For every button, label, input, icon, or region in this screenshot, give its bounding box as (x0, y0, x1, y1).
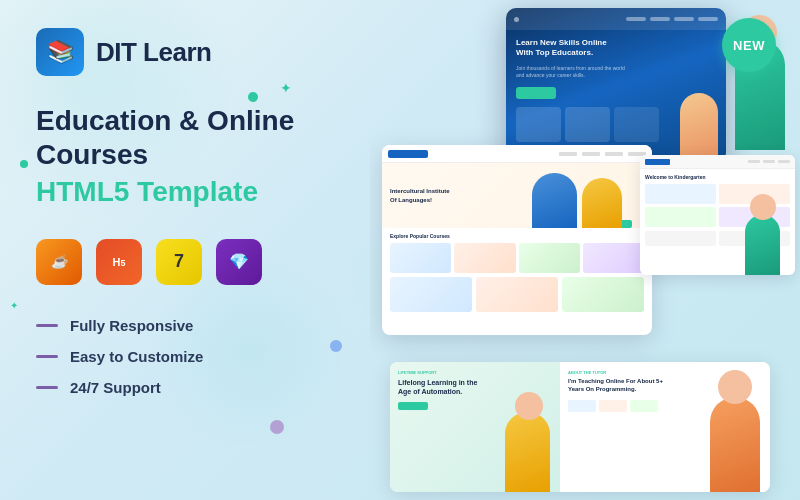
mockup-nav-4 (698, 17, 718, 21)
mockup-hero-title: Learn New Skills OnlineWith Top Educator… (516, 38, 716, 59)
right-person-body (745, 215, 780, 275)
feature-dash-3 (36, 386, 58, 389)
feature-customize-text: Easy to Customize (70, 348, 203, 365)
mockup-courses-grid (390, 243, 644, 273)
course-card-3 (519, 243, 580, 273)
right-nav-3 (778, 160, 790, 163)
right-card-3 (645, 207, 716, 227)
course-card-4 (583, 243, 644, 273)
mockup-mid: Intercultural InstituteOf Languages! Exp… (382, 145, 652, 335)
headline-main: Education & Online Courses (36, 104, 344, 171)
right-nav-1 (748, 160, 760, 163)
feature-responsive: Fully Responsive (36, 317, 344, 334)
mockup-nav-dots (626, 17, 718, 21)
bottom-card-1 (390, 277, 472, 312)
mockup-student-figure (680, 93, 718, 163)
mockup-bottom-btn (398, 402, 428, 410)
mockup-bottom-label: LIFETIME SUPPORT (398, 370, 552, 375)
mockup-person-1 (532, 173, 577, 228)
headline-sub: HTML5 Template (36, 175, 344, 209)
stat-1 (568, 400, 596, 412)
left-panel: 📚 DIT Learn Education & Online Courses H… (0, 0, 380, 500)
mockup-card-3 (614, 107, 659, 142)
right-nav-2 (763, 160, 775, 163)
stat-2 (599, 400, 627, 412)
tech-js-icon: 7 (156, 239, 202, 285)
course-card-2 (454, 243, 515, 273)
mockup-right: Welcome to Kindergarten (640, 155, 795, 275)
mockup-mid-body: Explore Popular Courses (382, 228, 652, 317)
mockup-bottom-right: ABOUT THE TUTOR I'm Teaching Online For … (560, 362, 770, 492)
feature-support-text: 24/7 Support (70, 379, 161, 396)
mockup-mid-hero: Intercultural InstituteOf Languages! (382, 163, 652, 228)
mockup-mid-logo (388, 150, 428, 158)
features-list: Fully Responsive Easy to Customize 24/7 … (36, 317, 344, 410)
nav-item-3 (605, 152, 623, 156)
right-bottom-1 (645, 231, 716, 246)
nav-item-1 (559, 152, 577, 156)
mockup-card-1 (516, 107, 561, 142)
mockup-section-title: Explore Popular Courses (390, 233, 644, 239)
mockup-bottom-person-left (505, 412, 550, 492)
tech-icons-row: ☕ H5 7 💎 (36, 239, 344, 285)
mockup-hero-subtitle: Join thousands of learners from around t… (516, 65, 716, 79)
mockup-bottom-head-right (718, 370, 752, 404)
new-badge: NEW (722, 18, 776, 72)
mockup-right-logo (645, 159, 670, 165)
mockup-hero-button (516, 87, 556, 99)
stat-3 (630, 400, 658, 412)
mockup-bottom-left: LIFETIME SUPPORT Lifelong Learning in th… (390, 362, 560, 492)
feature-support: 24/7 Support (36, 379, 344, 396)
right-person-head (750, 194, 776, 220)
feature-customize: Easy to Customize (36, 348, 344, 365)
bottom-card-3 (562, 277, 644, 312)
mockup-main-header (506, 8, 726, 30)
mockup-main: Learn New Skills OnlineWith Top Educator… (506, 8, 726, 163)
mockup-mid-nav (559, 152, 646, 156)
mockup-nav-2 (650, 17, 670, 21)
tech-gem-icon: 💎 (216, 239, 262, 285)
mockup-bottom-person-right (710, 397, 760, 492)
right-card-1 (645, 184, 716, 204)
book-icon: 📚 (47, 39, 74, 65)
mockup-right-header (640, 155, 795, 169)
tech-html5-icon: H5 (96, 239, 142, 285)
mockup-right-nav (748, 160, 790, 163)
mockup-person-2 (582, 178, 622, 228)
mockup-mid-title: Intercultural InstituteOf Languages! (390, 187, 450, 204)
feature-responsive-text: Fully Responsive (70, 317, 193, 334)
course-card-1 (390, 243, 451, 273)
mockup-card-2 (565, 107, 610, 142)
feature-dash-2 (36, 355, 58, 358)
mockup-nav-1 (626, 17, 646, 21)
bottom-card-2 (476, 277, 558, 312)
logo-icon: 📚 (36, 28, 84, 76)
right-panel: NEW Learn New Skills OnlineWith Top Educ… (370, 0, 800, 500)
nav-item-2 (582, 152, 600, 156)
logo-area: 📚 DIT Learn (36, 28, 344, 76)
mockup-nav-3 (674, 17, 694, 21)
logo-text: DIT Learn (96, 37, 211, 68)
mockup-bottom-cards (390, 277, 644, 312)
mockup-bottom: LIFETIME SUPPORT Lifelong Learning in th… (390, 362, 770, 492)
mockup-bottom-head-left (515, 392, 543, 420)
headline: Education & Online Courses HTML5 Templat… (36, 104, 344, 209)
mockup-logo-dot (514, 17, 519, 22)
tech-java-icon: ☕ (36, 239, 82, 285)
mockup-right-title: Welcome to Kindergarten (645, 174, 790, 180)
mockup-right-body: Welcome to Kindergarten (640, 169, 795, 251)
feature-dash-1 (36, 324, 58, 327)
mockup-mid-header (382, 145, 652, 163)
